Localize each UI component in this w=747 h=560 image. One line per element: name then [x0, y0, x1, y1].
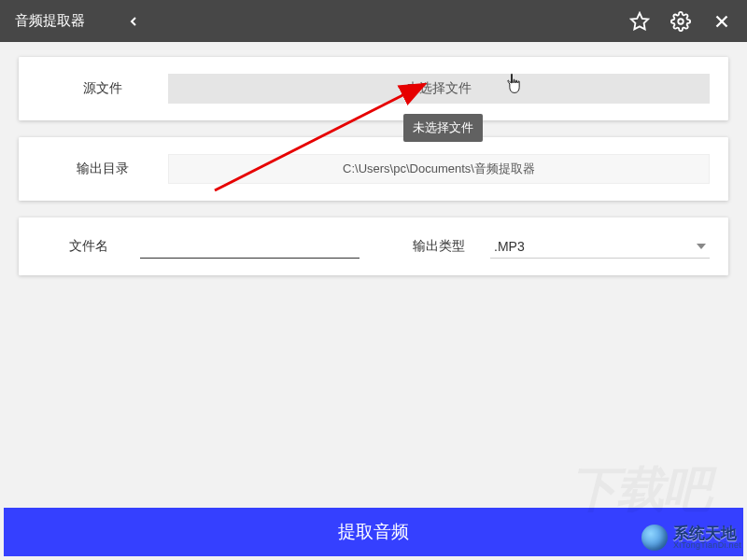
chevron-down-icon: [697, 242, 706, 251]
filename-label: 文件名: [37, 238, 140, 255]
filename-input[interactable]: [140, 234, 359, 259]
output-type-label: 输出类型: [388, 238, 490, 255]
source-file-card: 源文件 未选择文件: [19, 57, 728, 120]
output-dir-field[interactable]: C:\Users\pc\Documents\音频提取器: [168, 154, 710, 184]
source-file-label: 源文件: [37, 80, 168, 97]
cursor-pointer-icon: [504, 73, 525, 99]
svg-marker-4: [697, 244, 706, 249]
star-icon[interactable]: [629, 11, 650, 32]
settings-icon[interactable]: [670, 11, 691, 32]
options-card: 文件名 输出类型 .MP3: [19, 217, 728, 275]
output-dir-label: 输出目录: [37, 161, 168, 177]
choose-source-file-button[interactable]: 未选择文件: [168, 74, 710, 104]
background-watermark-text: 下载吧: [570, 457, 710, 523]
site-watermark: 系统天地 XiTongTianDi.net: [641, 525, 741, 551]
svg-point-1: [678, 19, 684, 24]
close-icon[interactable]: [712, 11, 732, 32]
watermark-sub: XiTongTianDi.net: [673, 541, 741, 550]
back-button[interactable]: [126, 14, 141, 29]
globe-icon: [641, 525, 668, 551]
output-type-select[interactable]: .MP3: [490, 234, 710, 259]
extract-audio-label: 提取音频: [338, 520, 409, 544]
output-type-selected: .MP3: [494, 239, 525, 254]
svg-marker-0: [631, 12, 648, 28]
watermark-main: 系统天地: [673, 525, 741, 541]
app-title: 音频提取器: [15, 12, 85, 30]
source-file-tooltip: 未选择文件: [403, 114, 483, 142]
title-bar: 音频提取器: [0, 0, 747, 42]
output-dir-card: 输出目录 C:\Users\pc\Documents\音频提取器: [19, 137, 728, 201]
